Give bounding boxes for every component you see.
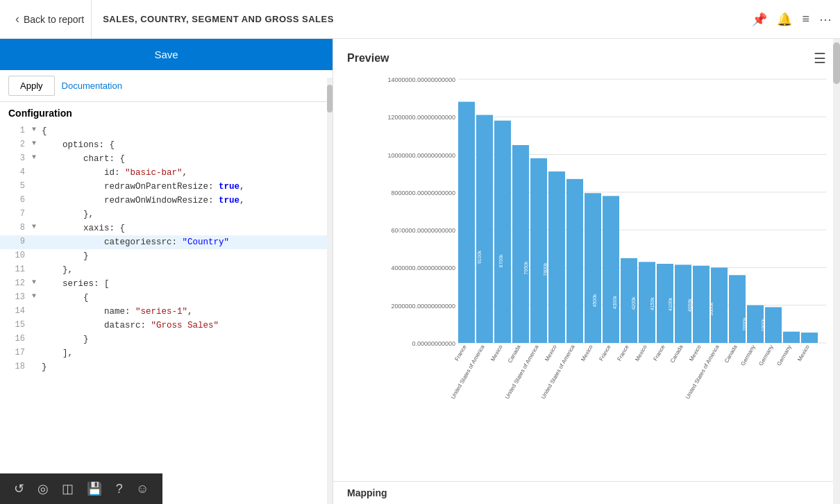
tab-row: Apply Documentation — [0, 70, 333, 102]
left-scrollbar[interactable] — [327, 78, 333, 504]
refresh-icon[interactable]: ↺ — [14, 481, 24, 496]
svg-text:4300k: 4300k — [612, 296, 617, 310]
svg-text:United States of America: United States of America — [450, 344, 486, 400]
svg-text:4000000.00000000000: 4000000.00000000000 — [391, 264, 455, 271]
svg-text:France: France — [616, 344, 630, 362]
chart-container: 0.000000000002000000.000000000004000000.… — [333, 72, 840, 481]
line-expand: ▼ — [32, 277, 40, 288]
report-title: SALES, COUNTRY, SEGMENT AND GROSS SALES — [92, 14, 334, 24]
svg-text:11800k: 11800k — [397, 224, 402, 240]
line-expand: ▼ — [32, 291, 40, 302]
svg-text:4150k: 4150k — [650, 297, 655, 311]
svg-text:8000000.00000000000: 8000000.00000000000 — [391, 190, 455, 196]
help-icon[interactable]: ? — [116, 482, 123, 496]
code-editor[interactable]: 1▼{2▼ options: {3▼ chart: {4 id: "basic-… — [0, 121, 333, 504]
svg-text:4500k: 4500k — [592, 294, 597, 308]
line-content: series: [ — [42, 277, 110, 291]
svg-text:France: France — [598, 344, 612, 362]
code-line-13: 13▼ { — [0, 291, 333, 305]
record-icon[interactable]: ◎ — [37, 481, 49, 496]
emoji-icon[interactable]: ☺ — [136, 482, 149, 496]
svg-text:United States of America: United States of America — [540, 344, 576, 400]
svg-text:Germany: Germany — [739, 344, 756, 367]
line-content: } — [42, 333, 89, 346]
svg-text:Mexico: Mexico — [688, 344, 703, 362]
bottom-toolbar: ↺ ◎ ◫ 💾 ? ☺ — [0, 473, 162, 504]
svg-text:Mexico: Mexico — [544, 344, 558, 362]
code-line-1: 1▼{ — [0, 124, 333, 138]
svg-text:United States of America: United States of America — [504, 344, 540, 400]
svg-text:7950k: 7950k — [523, 261, 528, 275]
code-line-17: 17 ], — [0, 346, 333, 360]
line-number: 15 — [6, 319, 25, 332]
line-content: name: "series-1", — [42, 305, 193, 319]
svg-text:France: France — [453, 344, 468, 362]
svg-text:Mexico: Mexico — [580, 344, 594, 362]
line-number: 6 — [6, 194, 25, 207]
bar-chart: 0.000000000002000000.000000000004000000.… — [347, 72, 826, 412]
svg-text:Canada: Canada — [723, 344, 739, 364]
svg-rect-42 — [693, 266, 709, 343]
line-content: } — [42, 360, 47, 374]
code-line-12: 12▼ series: [ — [0, 277, 333, 291]
svg-text:Mexico: Mexico — [796, 344, 811, 362]
svg-rect-20 — [494, 121, 511, 343]
x-labels: FranceUnited States of AmericaMexicoCana… — [450, 344, 811, 400]
svg-text:10000000.00000000000: 10000000.00000000000 — [387, 152, 455, 159]
line-expand: ▼ — [32, 152, 40, 163]
apply-tab[interactable]: Apply — [8, 76, 55, 96]
right-panel: Preview ☰ 0.000000000002000000.000000000… — [333, 39, 840, 504]
line-number: 4 — [6, 166, 25, 179]
svg-text:0.00000000000: 0.00000000000 — [412, 340, 455, 347]
line-content: { — [42, 124, 47, 138]
back-button[interactable]: ‹ Back to report — [8, 0, 92, 38]
code-line-16: 16 } — [0, 333, 333, 346]
svg-rect-28 — [566, 179, 583, 343]
code-line-11: 11 }, — [0, 263, 333, 277]
line-number: 8 — [6, 221, 25, 235]
svg-text:4000k: 4000k — [687, 299, 692, 312]
save-button[interactable]: Save — [0, 39, 333, 70]
svg-rect-30 — [585, 193, 601, 343]
code-line-10: 10 } — [0, 249, 333, 263]
line-content: categoriessrc: "Country" — [42, 235, 229, 249]
hamburger-menu-icon[interactable]: ☰ — [814, 50, 826, 67]
svg-rect-26 — [548, 171, 565, 343]
menu-lines-icon[interactable]: ≡ — [802, 12, 809, 26]
bell-icon[interactable]: 🔔 — [777, 12, 792, 27]
line-expand: ▼ — [32, 124, 40, 135]
svg-rect-53 — [801, 333, 818, 343]
line-number: 17 — [6, 346, 25, 360]
svg-text:8700k: 8700k — [498, 254, 503, 268]
right-scrollbar[interactable] — [833, 39, 840, 504]
documentation-link[interactable]: Documentation — [62, 81, 122, 91]
back-label: Back to report — [24, 14, 84, 25]
svg-text:12000000.00000000000: 12000000.00000000000 — [387, 114, 455, 121]
right-scroll-thumb — [833, 42, 840, 84]
line-content: chart: { — [42, 152, 125, 166]
config-label: Configuration — [0, 102, 333, 121]
dots-icon[interactable]: ⋯ — [819, 12, 832, 27]
svg-text:Germany: Germany — [757, 344, 774, 367]
code-line-9: 9 categoriessrc: "Country" — [0, 235, 333, 249]
line-content: options: { — [42, 138, 115, 152]
export-icon[interactable]: 💾 — [87, 481, 102, 496]
pin-icon[interactable]: 📌 — [752, 12, 767, 27]
code-line-7: 7 }, — [0, 208, 333, 221]
back-arrow-icon: ‹ — [15, 12, 19, 26]
code-line-18: 18} — [0, 360, 333, 374]
line-content: datasrc: "Gross Sales" — [42, 319, 219, 333]
line-number: 14 — [6, 305, 25, 318]
grid-icon[interactable]: ◫ — [62, 481, 74, 496]
code-line-4: 4 id: "basic-bar", — [0, 166, 333, 180]
svg-rect-50 — [765, 307, 782, 343]
svg-text:France: France — [652, 344, 666, 362]
svg-text:4100k: 4100k — [668, 297, 673, 311]
svg-rect-24 — [530, 158, 547, 343]
code-line-3: 3▼ chart: { — [0, 152, 333, 166]
svg-text:4200k: 4200k — [631, 296, 636, 310]
svg-text:3600k: 3600k — [709, 302, 714, 316]
code-line-5: 5 redrawOnParentResize: true, — [0, 180, 333, 194]
svg-rect-32 — [603, 196, 619, 343]
svg-text:12800k: 12800k — [351, 214, 356, 230]
